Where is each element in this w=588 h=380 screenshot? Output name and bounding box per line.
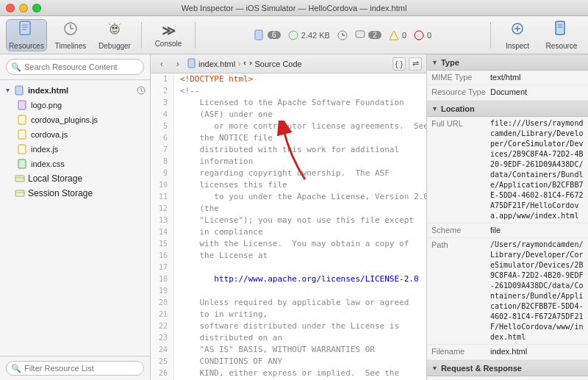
section-arrow-request-response: ▼ [431,365,438,372]
console-label: Console [155,40,182,48]
code-line-14: 14 in compliance [151,226,426,238]
rp-label-filename: Filename [431,346,490,356]
messages-count: 2 [368,31,381,39]
sidebar-label-index-html: index.html [28,86,68,95]
code-line-23: 23 distributed on an [151,332,426,344]
code-line-11: 11 to you under the Apache License, Vers… [151,191,426,203]
bc-file-icon [187,58,196,70]
forward-button[interactable]: › [171,57,184,71]
svg-point-8 [112,26,115,29]
code-line-16: 16 the License at [151,250,426,262]
section-label-type: Type [441,58,459,67]
section-arrow-location: ▼ [431,105,438,112]
rp-label-full-url: Full URL [431,118,490,128]
svg-point-19 [415,31,423,40]
size-value: 2.42 KB [301,31,330,40]
code-line-26: 26 KIND, either express or implied. See … [151,368,426,379]
rp-row-path: Path /Users/raymondcamden/Library/Develo… [427,238,588,345]
minimize-button[interactable] [19,4,28,12]
rp-value-filename: index.html [490,346,584,357]
maximize-button[interactable] [32,4,41,12]
search-input[interactable] [6,59,144,75]
sidebar-label-session-storage: Session Storage [28,188,93,198]
tree-arrow-icon: ▼ [4,87,12,94]
code-line-10: 10 licenses this file [151,179,426,191]
code-line-15: 15 with the License. You may obtain a co… [151,238,426,250]
js-file-icon-2 [18,129,28,140]
section-label-request-response: Request & Response [441,364,522,373]
sidebar-item-cordova-plugins-js[interactable]: cordova_plugins.js [0,112,150,127]
resource-label: Resource [546,42,578,50]
rp-value-mime-type: text/html [490,72,584,83]
svg-point-9 [115,26,118,29]
rp-label-method: Method [431,378,490,380]
svg-rect-33 [15,176,24,182]
css-file-icon [18,159,28,169]
title-bar: Web Inspector — iOS Simulator — HelloCor… [0,0,588,16]
format-button[interactable]: { } [392,57,406,71]
code-line-2: 2 <!-- [151,85,426,97]
code-area[interactable]: 1 <!DOCTYPE html> 2 <!-- 3 Licensed to t… [151,74,426,380]
breadcrumb-bar: ‹ › index.html › Source Code { } ⇌ [151,54,426,74]
code-line-13: 13 "License"); you may not use this file… [151,215,426,226]
section-header-request-response[interactable]: ▼ Request & Response [427,360,588,376]
sidebar-label-cordova-js: cordova.js [31,130,68,139]
timer-badge [337,30,348,40]
code-line-1: 1 <!DOCTYPE html> [151,74,426,85]
console-button[interactable]: ≫ Console [148,19,189,51]
sidebar-item-index-js[interactable]: index.js [0,142,150,157]
timelines-icon [62,21,79,40]
back-button[interactable]: ‹ [155,57,168,71]
sidebar-item-index-css[interactable]: index.css [0,157,150,171]
rp-row-mime-type: MIME Type text/html [427,71,588,85]
svg-rect-38 [188,59,195,68]
resource-icon [554,21,569,40]
toolbar: Resources Timelines Debugger [0,16,588,54]
search-icon: 🔍 [11,62,21,72]
breadcrumb-source-code[interactable]: Source Code [243,59,301,69]
resources-label: Resources [9,42,44,50]
svg-rect-35 [15,190,24,196]
line-wrap-button[interactable]: ⇌ [409,57,422,71]
sidebar-item-local-storage[interactable]: Local Storage [0,171,150,186]
code-line-8: 8 information [151,156,426,168]
close-button[interactable] [6,4,15,12]
sidebar-item-cordova-js[interactable]: cordova.js [0,127,150,142]
section-header-type[interactable]: ▼ Type [427,54,588,71]
sidebar-item-logo-png[interactable]: logo.png [0,98,150,112]
rp-value-resource-type: Document [490,87,584,98]
code-line-5: 5 or more contributor license agreements… [151,121,426,132]
js-file-icon [18,115,28,125]
window-controls [6,4,41,12]
filter-input[interactable] [6,361,144,376]
reload-icon[interactable] [137,86,146,95]
section-header-location[interactable]: ▼ Location [427,101,588,117]
sidebar-label-cordova-plugins-js: cordova_plugins.js [31,115,98,124]
inspect-button[interactable]: Inspect [497,19,538,51]
messages-badge: 2 [355,30,381,40]
rp-value-path: /Users/raymondcamden/Library/Developer/C… [490,240,584,343]
resource-button[interactable]: Resource [541,19,582,51]
timelines-button[interactable]: Timelines [50,19,91,51]
resources-icon [18,21,35,40]
filter-search-icon: 🔍 [11,364,21,373]
rp-row-scheme: Scheme file [427,223,588,238]
code-line-3: 3 Licensed to the Apache Software Founda… [151,97,426,109]
svg-rect-31 [18,145,26,154]
code-line-6: 6 the NOTICE file [151,132,426,144]
svg-rect-18 [356,31,365,37]
debugger-icon [106,21,123,40]
local-storage-icon [15,173,25,184]
breadcrumb-label-source-code: Source Code [254,60,301,68]
rp-row-method: Method GET [427,376,588,380]
sidebar-item-index-html[interactable]: ▼ index.html [0,83,150,98]
debugger-button[interactable]: Debugger [94,19,135,51]
rp-label-resource-type: Resource Type [431,87,490,96]
sidebar-item-session-storage[interactable]: Session Storage [0,186,150,201]
code-line-22: 22 software distributed under the Licens… [151,320,426,332]
svg-line-11 [119,24,121,25]
resources-button[interactable]: Resources [6,19,47,51]
code-line-25: 25 CONDITIONS OF ANY [151,356,426,368]
breadcrumb-index-html[interactable]: index.html [187,58,235,70]
code-line-20: 20 Unless required by applicable law or … [151,297,426,309]
